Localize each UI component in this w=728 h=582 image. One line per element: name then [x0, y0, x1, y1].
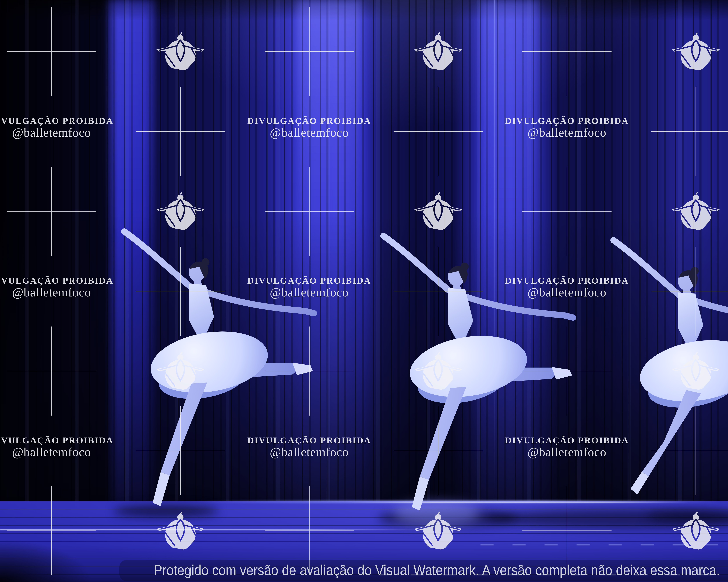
protection-notice-label: Protegido com versão de avaliação do Vis…	[154, 562, 720, 578]
ballerina-left	[111, 227, 338, 511]
floor-sparkle-line	[480, 545, 728, 545]
stage-photo: DIVULGAÇÃO PROIBIDA@balletemfocoDIVULGAÇ…	[0, 0, 728, 582]
ballerina-center	[370, 231, 597, 515]
protection-notice-text: Protegido com versão de avaliação do Vis…	[52, 563, 728, 577]
floor-highlight-streak	[0, 529, 430, 530]
ballerina-right	[600, 236, 728, 520]
